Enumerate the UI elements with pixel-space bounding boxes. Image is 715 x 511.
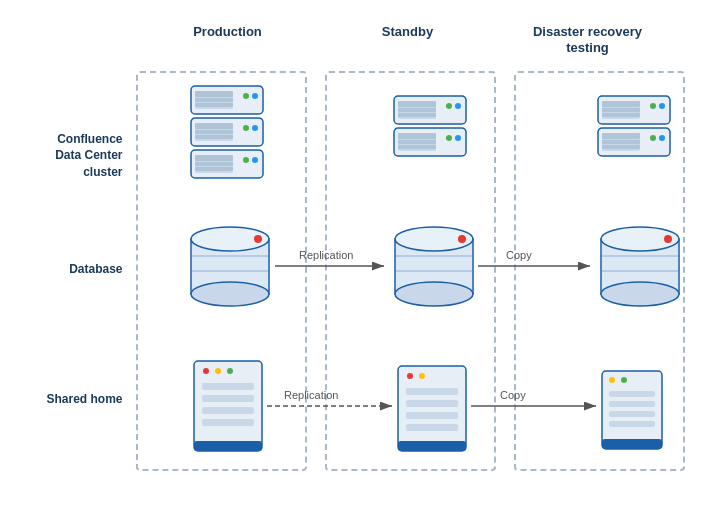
label-db-copy: Copy xyxy=(506,249,532,261)
svg-point-68 xyxy=(203,368,209,374)
svg-rect-17 xyxy=(195,162,233,166)
svg-point-70 xyxy=(227,368,233,374)
svg-rect-25 xyxy=(398,113,436,117)
svg-rect-76 xyxy=(398,366,466,451)
svg-rect-31 xyxy=(398,140,436,144)
svg-rect-10 xyxy=(195,130,233,134)
svg-point-33 xyxy=(446,135,452,141)
svg-rect-67 xyxy=(194,361,262,451)
col-header-dr: Disaster recoverytesting xyxy=(498,24,678,58)
svg-rect-39 xyxy=(602,113,640,117)
svg-rect-44 xyxy=(602,133,640,139)
svg-rect-88 xyxy=(609,401,655,407)
svg-point-48 xyxy=(659,135,665,141)
svg-point-78 xyxy=(419,373,425,379)
svg-rect-89 xyxy=(609,411,655,417)
col-headers: Production Standby Disaster recoverytest… xyxy=(138,24,678,58)
svg-point-66 xyxy=(664,235,672,243)
svg-point-47 xyxy=(650,135,656,141)
svg-point-19 xyxy=(243,157,249,163)
svg-rect-82 xyxy=(406,424,458,431)
server-prod-cluster xyxy=(191,86,263,178)
label-home-copy: Copy xyxy=(500,389,526,401)
svg-point-60 xyxy=(458,235,466,243)
svg-rect-32 xyxy=(398,145,436,149)
label-db-replication: Replication xyxy=(299,249,353,261)
svg-rect-37 xyxy=(602,101,640,107)
svg-rect-73 xyxy=(202,407,254,414)
svg-point-27 xyxy=(455,103,461,109)
db-prod xyxy=(191,227,269,306)
svg-rect-75 xyxy=(194,441,262,451)
row-labels: ConfluenceData Centercluster Database Sh… xyxy=(18,86,133,466)
svg-rect-83 xyxy=(398,441,466,451)
home-standby xyxy=(398,366,466,451)
label-home-replication: Replication xyxy=(284,389,338,401)
svg-rect-38 xyxy=(602,108,640,112)
svg-point-40 xyxy=(650,103,656,109)
svg-rect-71 xyxy=(202,383,254,390)
col-header-production: Production xyxy=(138,24,318,58)
svg-point-20 xyxy=(252,157,258,163)
svg-point-85 xyxy=(609,377,615,383)
svg-rect-2 xyxy=(195,91,233,97)
diagram-svg: Replication Copy Replication Copy xyxy=(136,71,686,476)
svg-rect-24 xyxy=(398,108,436,112)
svg-point-54 xyxy=(254,235,262,243)
server-dr-cluster xyxy=(598,96,670,156)
svg-rect-46 xyxy=(602,145,640,149)
svg-point-5 xyxy=(243,93,249,99)
svg-rect-72 xyxy=(202,395,254,402)
svg-rect-45 xyxy=(602,140,640,144)
svg-point-86 xyxy=(621,377,627,383)
svg-point-69 xyxy=(215,368,221,374)
svg-rect-90 xyxy=(609,421,655,427)
svg-rect-23 xyxy=(398,101,436,107)
svg-rect-81 xyxy=(406,412,458,419)
svg-rect-91 xyxy=(602,439,662,449)
db-standby xyxy=(395,227,473,306)
svg-rect-79 xyxy=(406,388,458,395)
svg-point-6 xyxy=(252,93,258,99)
server-standby-cluster xyxy=(394,96,466,156)
row-label-database: Database xyxy=(23,261,123,278)
svg-point-41 xyxy=(659,103,665,109)
svg-point-12 xyxy=(243,125,249,131)
home-prod xyxy=(194,361,262,451)
svg-point-13 xyxy=(252,125,258,131)
svg-rect-4 xyxy=(195,103,233,107)
svg-rect-30 xyxy=(398,133,436,139)
svg-rect-18 xyxy=(195,167,233,171)
diagram-container: Production Standby Disaster recoverytest… xyxy=(0,0,715,511)
row-label-shared-home: Shared home xyxy=(23,391,123,408)
svg-rect-87 xyxy=(609,391,655,397)
diagram-inner: Production Standby Disaster recoverytest… xyxy=(18,16,698,496)
home-dr xyxy=(602,371,662,449)
svg-rect-3 xyxy=(195,98,233,102)
svg-point-50 xyxy=(191,282,269,306)
svg-rect-16 xyxy=(195,155,233,161)
row-label-cluster: ConfluenceData Centercluster xyxy=(23,131,123,181)
svg-point-62 xyxy=(601,282,679,306)
db-dr xyxy=(601,227,679,306)
svg-point-56 xyxy=(395,282,473,306)
svg-point-77 xyxy=(407,373,413,379)
svg-rect-9 xyxy=(195,123,233,129)
svg-rect-11 xyxy=(195,135,233,139)
svg-point-34 xyxy=(455,135,461,141)
svg-point-26 xyxy=(446,103,452,109)
svg-rect-74 xyxy=(202,419,254,426)
col-header-standby: Standby xyxy=(318,24,498,58)
svg-rect-80 xyxy=(406,400,458,407)
